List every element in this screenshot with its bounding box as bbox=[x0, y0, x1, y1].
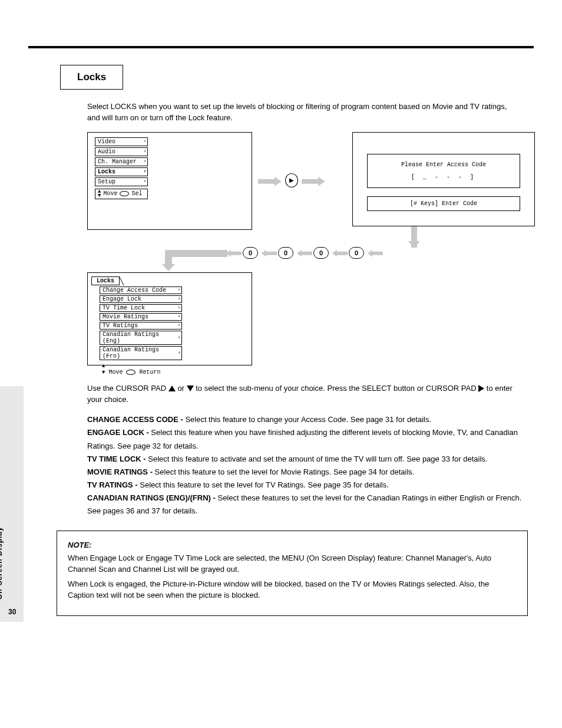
locks-submenu-item[interactable]: TV Ratings› bbox=[100, 322, 182, 330]
option-label: CHANGE ACCESS CODE - bbox=[87, 415, 185, 424]
instruction-line: Use the CURSOR PAD or to select the sub-… bbox=[87, 383, 523, 406]
access-hint: [# Keys] Enter Code bbox=[367, 196, 520, 211]
option-item: CANADIAN RATINGS (ENG)/(FRN) - Select th… bbox=[87, 492, 523, 518]
osd-main-menu: Video›Audio›Ch. Manager›Locks›Setup› ▲▼ … bbox=[87, 132, 252, 230]
digit-key-0-c[interactable]: 0 bbox=[278, 247, 293, 259]
chevron-right-icon: › bbox=[176, 331, 182, 344]
move-sel-hint: ▲▼ Move Sel bbox=[95, 189, 148, 199]
option-label: ENGAGE LOCK - bbox=[87, 428, 151, 437]
chevron-right-icon: › bbox=[142, 158, 148, 166]
side-caption: On-Screen Display bbox=[0, 526, 4, 599]
main-menu-item[interactable]: Setup› bbox=[95, 177, 148, 186]
chevron-right-icon: › bbox=[142, 148, 148, 156]
page-number: 30 bbox=[8, 608, 16, 616]
chevron-right-icon: › bbox=[176, 347, 182, 360]
move-return-hint: ▲▼ Move Return bbox=[102, 363, 248, 375]
locks-submenu-item[interactable]: Canadian Ratings (Frn)› bbox=[100, 346, 182, 360]
option-label: CANADIAN RATINGS (ENG)/(FRN) - bbox=[87, 493, 217, 502]
option-desc: Select this feature to change your Acces… bbox=[185, 415, 431, 424]
cursor-right-icon: ▶ bbox=[285, 173, 298, 187]
locks-submenu-item[interactable]: Change Access Code› bbox=[100, 286, 182, 294]
top-rule bbox=[28, 46, 534, 48]
arrow-left-1 bbox=[368, 250, 383, 257]
option-desc: Select this feature to set the level for… bbox=[140, 480, 389, 489]
main-menu-item[interactable]: Locks› bbox=[95, 167, 148, 176]
digit-key-0-a[interactable]: 0 bbox=[349, 247, 364, 259]
option-desc: Select this feature when you have finish… bbox=[87, 428, 518, 450]
cursor-right-glyph-icon bbox=[478, 385, 484, 392]
note-paragraph-1: When Engage Lock or Engage TV Time Lock … bbox=[68, 553, 517, 575]
arrow-right-2 bbox=[302, 177, 325, 186]
section-title: Locks bbox=[60, 65, 123, 90]
access-code-field[interactable]: [ _ - - - ] bbox=[371, 174, 516, 180]
chevron-right-icon: › bbox=[176, 322, 182, 329]
chevron-right-icon: › bbox=[142, 168, 148, 176]
diagram-row-2: Locks╲ Change Access Code›Engage Lock›TV… bbox=[87, 272, 535, 378]
option-desc: Select this feature to set the level for… bbox=[155, 467, 415, 476]
flow-line-horizontal bbox=[165, 250, 227, 257]
diagram-row-1: Video›Audio›Ch. Manager›Locks›Setup› ▲▼ … bbox=[87, 132, 535, 250]
arrow-left-4 bbox=[262, 250, 277, 257]
option-item: MOVIE RATINGS - Select this feature to s… bbox=[87, 466, 523, 479]
locks-tab: Locks╲ bbox=[91, 276, 120, 285]
intro-text: Select LOCKS when you want to set up the… bbox=[87, 101, 511, 124]
locks-submenu-item[interactable]: TV Time Lock› bbox=[100, 304, 182, 312]
option-label: MOVIE RATINGS - bbox=[87, 467, 155, 476]
option-item: TV TIME LOCK - Select this feature to ac… bbox=[87, 453, 523, 466]
main-menu-item[interactable]: Ch. Manager› bbox=[95, 157, 148, 166]
note-title: NOTE: bbox=[68, 541, 517, 549]
chevron-right-icon: › bbox=[176, 296, 182, 302]
locks-submenu-item[interactable]: Canadian Ratings (Eng)› bbox=[100, 331, 182, 345]
arrow-left-3 bbox=[297, 250, 312, 257]
arrow-down-icon bbox=[162, 264, 175, 271]
chevron-right-icon: › bbox=[176, 305, 182, 311]
option-item: CHANGE ACCESS CODE - Select this feature… bbox=[87, 413, 523, 426]
chevron-right-icon: › bbox=[176, 287, 182, 294]
chevron-right-icon: › bbox=[142, 138, 148, 146]
cursor-up-icon bbox=[168, 386, 176, 391]
chevron-right-icon: › bbox=[142, 178, 148, 186]
osd-access-code: Please Enter Access Code [ _ - - - ] [# … bbox=[352, 132, 535, 226]
arrow-right-1 bbox=[258, 177, 282, 186]
digit-sequence: 0 0 0 0 bbox=[87, 245, 535, 269]
digit-key-0-d[interactable]: 0 bbox=[243, 247, 258, 259]
note-box: NOTE: When Engage Lock or Engage TV Time… bbox=[57, 531, 528, 615]
note-paragraph-2: When Lock is engaged, the Picture-in-Pic… bbox=[68, 579, 517, 601]
digit-key-0-b[interactable]: 0 bbox=[313, 247, 329, 259]
main-menu-item[interactable]: Video› bbox=[95, 137, 148, 146]
option-label: TV TIME LOCK - bbox=[87, 454, 148, 463]
option-desc: Select this feature to activate and set … bbox=[148, 454, 487, 463]
main-menu-item[interactable]: Audio› bbox=[95, 147, 148, 156]
arrow-left-5 bbox=[226, 250, 242, 257]
chevron-right-icon: › bbox=[176, 314, 182, 320]
access-title: Please Enter Access Code bbox=[371, 162, 516, 168]
osd-locks-submenu: Locks╲ Change Access Code›Engage Lock›TV… bbox=[87, 272, 252, 365]
options-list: CHANGE ACCESS CODE - Select this feature… bbox=[87, 413, 523, 518]
flow-line-down bbox=[411, 226, 417, 248]
arrow-left-2 bbox=[332, 250, 348, 257]
option-label: TV RATINGS - bbox=[87, 480, 140, 489]
cursor-down-icon bbox=[187, 386, 194, 391]
locks-submenu-item[interactable]: Movie Ratings› bbox=[100, 313, 182, 321]
option-item: ENGAGE LOCK - Select this feature when y… bbox=[87, 426, 523, 452]
locks-submenu-item[interactable]: Engage Lock› bbox=[100, 295, 182, 303]
option-item: TV RATINGS - Select this feature to set … bbox=[87, 479, 523, 492]
